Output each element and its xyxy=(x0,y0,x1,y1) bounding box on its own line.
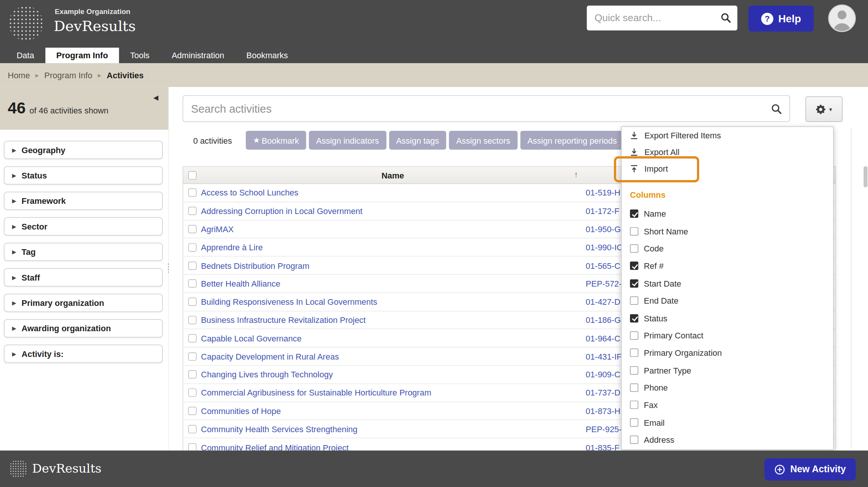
activity-ref-link[interactable]: 01-835-F xyxy=(586,442,619,450)
activity-link[interactable]: Community Relief and Mitigation Project xyxy=(201,442,349,450)
row-checkbox[interactable] xyxy=(188,407,196,415)
row-checkbox[interactable] xyxy=(188,425,196,433)
table-options-button[interactable] xyxy=(805,96,842,122)
column-toggle[interactable]: Fax xyxy=(622,396,833,414)
activity-ref-link[interactable]: 01-964-C xyxy=(586,333,621,343)
activity-link[interactable]: Capable Local Governance xyxy=(201,333,301,343)
nav-tab[interactable]: Bookmarks xyxy=(235,48,299,63)
filter-group[interactable]: Tag xyxy=(4,243,163,261)
activity-ref-link[interactable]: PEP-925- xyxy=(586,424,622,434)
activity-link[interactable]: Apprendre à Lire xyxy=(201,243,263,252)
column-toggle[interactable]: Phone xyxy=(622,379,833,396)
row-checkbox[interactable] xyxy=(188,279,196,288)
activity-ref-link[interactable]: 01-186-G xyxy=(586,315,621,325)
scrollbar-thumb[interactable] xyxy=(863,166,867,188)
activity-ref-link[interactable]: 01-990-IC xyxy=(586,243,623,252)
activity-ref-link[interactable]: 01-431-IF xyxy=(586,352,622,361)
checkbox-icon[interactable] xyxy=(630,227,638,235)
row-checkbox[interactable] xyxy=(188,443,196,451)
filter-group[interactable]: Primary organization xyxy=(4,294,163,312)
filter-group[interactable]: Status xyxy=(4,166,163,185)
row-checkbox[interactable] xyxy=(188,334,196,342)
row-checkbox[interactable] xyxy=(188,371,196,379)
filter-group[interactable]: Framework xyxy=(4,192,163,210)
new-activity-button[interactable]: New Activity xyxy=(764,458,856,481)
row-checkbox[interactable] xyxy=(188,207,196,215)
checkbox-icon[interactable] xyxy=(630,262,638,270)
checkbox-icon[interactable] xyxy=(630,314,638,322)
activity-ref-link[interactable]: PEP-572- xyxy=(586,279,622,288)
row-checkbox[interactable] xyxy=(188,243,196,251)
filter-group[interactable]: Activity is: xyxy=(4,345,163,363)
breadcrumb-program-info[interactable]: Program Info xyxy=(44,70,92,80)
help-button[interactable]: Help xyxy=(748,6,814,32)
checkbox-icon[interactable] xyxy=(630,436,638,444)
column-toggle[interactable]: Code xyxy=(622,240,833,257)
quick-search-input[interactable] xyxy=(587,6,738,31)
breadcrumb-home[interactable]: Home xyxy=(8,70,30,80)
row-checkbox[interactable] xyxy=(188,389,196,397)
filter-group[interactable]: Staff xyxy=(4,268,163,286)
row-checkbox[interactable] xyxy=(188,189,196,197)
nav-tab[interactable]: Data xyxy=(6,48,45,63)
activity-ref-link[interactable]: 01-519-H xyxy=(586,188,621,197)
activity-link[interactable]: AgriMAX xyxy=(201,225,234,234)
checkbox-icon[interactable] xyxy=(630,366,638,374)
export-all-item[interactable]: Export All xyxy=(622,144,833,160)
assign-action-button[interactable]: Assign tags xyxy=(389,131,446,150)
checkbox-icon[interactable] xyxy=(630,209,638,218)
column-toggle[interactable]: Primary Contact xyxy=(622,327,833,344)
row-checkbox[interactable] xyxy=(188,298,196,306)
devresults-logo-icon[interactable] xyxy=(9,6,43,40)
column-toggle[interactable]: Email xyxy=(622,414,833,431)
column-toggle[interactable]: Status xyxy=(622,309,833,327)
column-toggle[interactable]: Primary Organization xyxy=(622,344,833,361)
row-checkbox[interactable] xyxy=(188,225,196,233)
column-toggle[interactable]: End Date xyxy=(622,292,833,309)
nav-tab[interactable]: Program Info xyxy=(45,48,119,63)
column-toggle[interactable]: Ref # xyxy=(622,257,833,275)
activity-ref-link[interactable]: 01-873-H xyxy=(586,406,621,416)
assign-action-button[interactable]: Assign indicators xyxy=(309,131,386,150)
export-filtered-item[interactable]: Export Filtered Items xyxy=(622,127,833,144)
user-avatar[interactable] xyxy=(828,5,856,32)
activity-ref-link[interactable]: 01-565-C xyxy=(586,261,621,270)
checkbox-icon[interactable] xyxy=(630,244,638,253)
import-item[interactable]: Import xyxy=(622,160,833,177)
checkbox-icon[interactable] xyxy=(630,331,638,340)
activity-link[interactable]: Communities of Hope xyxy=(201,406,281,416)
filter-group[interactable]: Geography xyxy=(4,141,163,159)
activity-link[interactable]: Changing Lives through Technology xyxy=(201,370,333,379)
search-icon[interactable] xyxy=(771,103,782,115)
activity-ref-link[interactable]: 01-950-G xyxy=(586,225,621,234)
activity-ref-link[interactable]: 01-909-C xyxy=(586,370,621,379)
activity-link[interactable]: Building Responsiveness In Local Governm… xyxy=(201,297,377,307)
activity-ref-link[interactable]: 01-172-F xyxy=(586,206,619,216)
sort-ascending-icon[interactable] xyxy=(574,169,578,178)
row-checkbox[interactable] xyxy=(188,352,196,360)
activity-link[interactable]: Capacity Development in Rural Areas xyxy=(201,352,339,361)
table-scrollbar-track[interactable] xyxy=(851,127,851,448)
activity-link[interactable]: Commercial Agribusiness for Sustainable … xyxy=(201,388,431,397)
activity-link[interactable]: Access to School Lunches xyxy=(201,188,298,197)
activity-link[interactable]: Better Health Alliance xyxy=(201,279,280,288)
filter-group[interactable]: Sector xyxy=(4,217,163,236)
search-icon[interactable] xyxy=(720,12,731,23)
activity-link[interactable]: Addressing Corruption in Local Governmen… xyxy=(201,206,363,216)
assign-action-button[interactable]: Assign reporting periods xyxy=(520,131,624,150)
activity-link[interactable]: Business Infrastructure Revitalization P… xyxy=(201,315,366,325)
nav-tab[interactable]: Administration xyxy=(161,48,235,63)
activity-ref-link[interactable]: 01-427-D xyxy=(586,297,621,307)
checkbox-icon[interactable] xyxy=(630,296,638,305)
filter-group[interactable]: Awarding organization xyxy=(4,319,163,337)
devresults-footer-logo-icon[interactable] xyxy=(9,459,28,478)
column-toggle[interactable]: Partner Type xyxy=(622,361,833,379)
checkbox-icon[interactable] xyxy=(630,401,638,409)
checkbox-icon[interactable] xyxy=(630,418,638,427)
row-checkbox[interactable] xyxy=(188,316,196,324)
name-column-header[interactable]: Name xyxy=(201,171,585,180)
checkbox-icon[interactable] xyxy=(630,349,638,357)
column-toggle[interactable]: Short Name xyxy=(622,222,833,240)
row-checkbox[interactable] xyxy=(188,261,196,270)
select-all-checkbox[interactable] xyxy=(188,171,196,179)
